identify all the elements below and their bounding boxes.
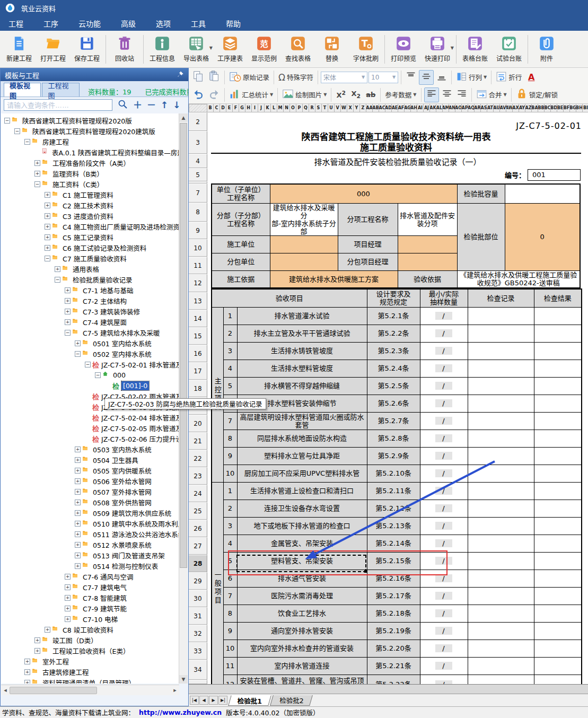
print-preview-button[interactable]: 打印预览 [387,33,420,66]
check-record-cell[interactable] [468,412,534,430]
row-header-12[interactable]: 12 [189,274,207,292]
tree-item[interactable]: 检[001]-0 [1,380,179,391]
tree-item[interactable]: 检JZ-C7-5-02-05 雨水管道及配件安装检验批质量验收记录 [1,423,179,433]
row-header-13[interactable]: 13 [189,292,207,310]
test-ledger-button[interactable]: 试验台账 [492,33,526,66]
grid-corner-cell[interactable] [189,104,207,112]
row-header-30[interactable]: 30 [189,590,207,607]
expand-icon[interactable]: + [75,478,81,484]
check-result-cell[interactable] [534,657,582,675]
show-sample-button[interactable]: 范显示范例 [247,33,281,66]
row-header-5[interactable]: 5 [189,168,207,181]
column-header[interactable]: AP [462,104,468,112]
tree-item[interactable]: +C7-10 电梯 [1,614,179,624]
tab-template-view[interactable]: 模板视图 [4,83,41,97]
column-header[interactable]: AC [379,104,385,112]
check-result-cell[interactable] [534,622,582,640]
sample-count-cell[interactable]: / [420,342,468,360]
row-col-button[interactable]: 行列▼ [454,70,488,85]
tree-item[interactable]: +C3 进度造价资料 [1,211,179,221]
scroll-down-icon[interactable]: ▼ [179,675,188,684]
column-header[interactable]: AB [373,104,379,112]
expand-icon[interactable]: + [65,595,71,601]
sheet-title-line1[interactable]: 陕西省建筑工程施工质量验收技术资料统一用表 [211,132,581,142]
column-header[interactable]: AK [430,104,436,112]
prev-sheet-icon[interactable]: ◀ [199,696,208,705]
tree-item[interactable]: +C7-4 建筑屋面 [1,317,179,327]
column-header[interactable]: AW [506,104,513,112]
column-header[interactable]: AA [366,104,373,112]
tree-item[interactable]: +0514 检测与控制仪表 [1,561,179,571]
spec-clause-cell[interactable]: 第5.2.11条 [367,482,420,500]
expand-icon[interactable]: + [45,245,50,251]
check-result-cell[interactable] [534,325,582,342]
tree-item[interactable]: +0508 室外供热管网 [1,497,179,507]
expand-icon[interactable]: + [24,659,30,664]
new-project-button[interactable]: 新建工程 [2,33,36,66]
info-label-cell[interactable]: 检验批部位 [457,203,505,270]
chevron-down-icon[interactable]: ▼ [451,46,454,50]
chevron-down-icon[interactable]: ▼ [362,75,365,80]
row-header-35[interactable] [189,680,207,684]
info-value-cell[interactable]: 建筑给水排水及供暖施工方案 [270,270,398,288]
column-header[interactable]: V [335,104,341,112]
tree-item[interactable]: +C2 施工技术资料 [1,200,179,211]
expand-icon[interactable]: + [65,287,71,293]
column-header[interactable]: I [252,104,258,112]
tree-item[interactable]: +C7-2 主体结构 [1,295,179,306]
font-color-button[interactable]: A [524,70,538,85]
spec-clause-cell[interactable]: 第5.2.14条 [367,535,420,552]
spec-clause-cell[interactable]: 第5.2.6条 [367,395,420,412]
menu-item-工程[interactable]: 工程 [8,18,23,29]
tree-item[interactable]: +0506 室外给水管网 [1,476,179,486]
tree-horizontal-scrollbar[interactable]: ◂ ▸ [1,685,179,695]
column-header[interactable]: AQ [468,104,475,112]
menu-item-高级[interactable]: 高级 [121,18,136,29]
expand-icon[interactable]: + [45,627,50,633]
sample-count-cell[interactable]: / [420,622,468,640]
font-batch-brush-button[interactable]: T字体批刷 [349,33,383,66]
item-text-cell[interactable]: 通向室外排水管安装 [237,622,367,640]
spec-clause-cell[interactable]: 第5.2.12条 [367,500,420,517]
inspection-header-cell[interactable]: 设计要求及 规范规定 [367,289,420,307]
inspection-header-cell[interactable]: 检查记录 [468,289,534,307]
item-number-cell[interactable]: 1 [223,307,237,325]
column-header[interactable]: U [328,104,335,112]
collapse-icon[interactable]: − [4,118,10,124]
column-header[interactable]: AI [417,104,424,112]
item-number-cell[interactable]: 5 [223,377,237,395]
check-result-cell[interactable] [534,552,582,570]
info-value-cell[interactable]: 0 [505,203,580,270]
check-record-cell[interactable] [468,552,534,570]
column-header[interactable]: AG [405,104,411,112]
chevron-down-icon[interactable]: ▼ [209,46,213,50]
expand-icon[interactable]: + [65,309,71,314]
column-header[interactable]: BD [551,104,557,112]
open-project-button[interactable]: 打开工程 [36,33,70,66]
sample-count-cell[interactable]: / [420,377,468,395]
save-project-button[interactable]: 保存工程 [70,33,104,66]
check-result-cell[interactable] [534,587,582,605]
item-text-cell[interactable]: 排水横管不得穿越伸缩缝 [237,377,367,395]
column-header[interactable]: AM [443,104,449,112]
column-header[interactable]: C [214,104,220,112]
column-header[interactable]: X [347,104,354,112]
collapse-icon[interactable]: − [45,256,50,261]
column-header[interactable]: P [296,104,303,112]
expand-icon[interactable]: + [65,606,71,611]
sheet-tab-检验批1[interactable]: 检验批1 [228,695,271,706]
tree-item[interactable]: 表A.0.1 陕西省建筑工程资料整编目录—房建工程 [1,147,179,157]
check-record-cell[interactable] [468,430,534,447]
info-value-cell[interactable]: 《建筑给水排水及供暖工程施工质量验 收规范》GB50242-送审稿 [457,270,580,288]
item-text-cell[interactable]: 同层排水系统地面设防水构造 [237,430,367,447]
expand-icon[interactable]: + [34,648,40,654]
spec-clause-cell[interactable]: 第5.2.9条 [367,447,420,465]
scroll-right-icon[interactable]: ▸ [171,687,179,694]
tree-item[interactable]: −陕西省建筑工程资料管理规程2020版 [1,115,179,126]
doc-code[interactable]: JZ-C7-5-02-01 [516,121,582,131]
info-value-cell[interactable]: 排水管道及配件安 装分项 [398,203,457,235]
status-url-link[interactable]: http://www.zhuyew.cn [139,708,222,716]
spec-clause-cell[interactable]: 第5.2.2条 [367,325,420,342]
chevron-down-icon[interactable]: ▼ [484,75,487,80]
sample-count-cell[interactable]: / [420,657,468,675]
